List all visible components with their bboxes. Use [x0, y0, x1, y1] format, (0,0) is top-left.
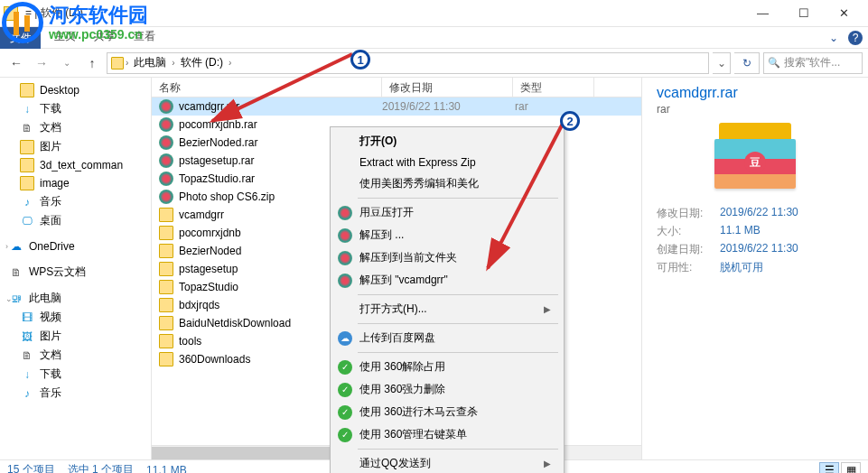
- file-name: vcamdgrr.rar: [179, 100, 239, 113]
- drive-icon: [111, 57, 124, 70]
- details-label: 修改日期:: [657, 206, 720, 221]
- sidebar-item[interactable]: 3d_text_comman: [0, 156, 151, 174]
- icons-view-button[interactable]: ▦: [841, 462, 861, 474]
- file-name: pocomrxjdnb: [179, 227, 241, 239]
- menu-item[interactable]: 打开方式(H)...▶: [332, 298, 562, 320]
- sidebar-item[interactable]: 🎞视频: [0, 308, 151, 327]
- file-icon: [159, 316, 173, 330]
- search-placeholder: 搜索"软件...: [784, 55, 840, 70]
- ribbon-tab[interactable]: 共享: [85, 25, 125, 48]
- menu-item[interactable]: 打开(O): [332, 130, 562, 153]
- breadcrumb-item-pc[interactable]: 此电脑: [130, 53, 170, 72]
- archive-badge-icon: 豆: [744, 152, 766, 173]
- menu-item[interactable]: 解压到 "vcamdgrr": [332, 269, 562, 292]
- file-tab[interactable]: 文件: [0, 27, 41, 49]
- search-input[interactable]: 🔍 搜索"软件...: [763, 52, 863, 74]
- menu-label: Extract with Express Zip: [359, 156, 476, 169]
- sidebar-icon: 🗎: [20, 121, 34, 135]
- sidebar-label: 音乐: [40, 385, 61, 401]
- sidebar-item[interactable]: Desktop: [0, 81, 151, 99]
- menu-label: 使用 360进行木马云查杀: [359, 404, 478, 420]
- submenu-arrow-icon: ▶: [544, 304, 551, 314]
- column-type[interactable]: 类型: [513, 78, 594, 97]
- sidebar-icon: [20, 140, 34, 154]
- menu-item[interactable]: 通过QQ发送到▶: [332, 452, 562, 473]
- breadcrumb[interactable]: › 此电脑 › 软件 (D:) ›: [107, 52, 709, 74]
- sidebar-item[interactable]: ♪音乐: [0, 384, 151, 403]
- menu-label: 解压到到当前文件夹: [359, 250, 457, 265]
- file-name: 360Downloads: [179, 353, 250, 366]
- menu-label: 上传到百度网盘: [359, 330, 435, 346]
- sidebar-item[interactable]: 🖼图片: [0, 327, 151, 346]
- sidebar-label: WPS云文档: [29, 264, 86, 280]
- menu-item[interactable]: ✓使用 360强力删除: [332, 378, 562, 401]
- menu-item[interactable]: ✓使用 360进行木马云查杀: [332, 401, 562, 423]
- menu-item[interactable]: Extract with Express Zip: [332, 153, 562, 172]
- sidebar-label: OneDrive: [29, 240, 75, 253]
- ribbon-tab[interactable]: 主页: [45, 25, 85, 48]
- menu-item[interactable]: ✓使用 360管理右键菜单: [332, 423, 562, 446]
- ribbon-chevron-icon[interactable]: ⌄: [823, 28, 845, 48]
- menu-label: 通过QQ发送到: [359, 456, 431, 471]
- sidebar-item[interactable]: 图片: [0, 137, 151, 156]
- menu-item[interactable]: 用豆压打开: [332, 201, 562, 224]
- details-row: 修改日期:2019/6/22 11:30: [657, 206, 854, 221]
- minimize-button[interactable]: —: [742, 0, 783, 27]
- sidebar-item[interactable]: ↓下载: [0, 365, 151, 384]
- menu-label: 使用 360管理右键菜单: [359, 427, 467, 442]
- file-name: BezierNoded.rar: [179, 136, 257, 149]
- details-label: 可用性:: [657, 260, 720, 275]
- file-icon: [159, 226, 173, 240]
- close-button[interactable]: ✕: [824, 0, 864, 27]
- menu-item[interactable]: ✓使用 360解除占用: [332, 356, 562, 378]
- details-value: 2019/6/22 11:30: [720, 206, 798, 221]
- address-dropdown-icon[interactable]: ⌄: [713, 52, 731, 74]
- menu-item[interactable]: 解压到 ...: [332, 224, 562, 246]
- sidebar-label: 图片: [40, 329, 61, 344]
- maximize-button[interactable]: ☐: [783, 0, 824, 27]
- sidebar-item[interactable]: ⌄🖳此电脑: [0, 289, 151, 308]
- menu-separator: [358, 449, 558, 450]
- sidebar-item[interactable]: 🗎文档: [0, 346, 151, 365]
- column-name[interactable]: 名称: [152, 78, 382, 97]
- breadcrumb-sep: ›: [172, 58, 174, 68]
- file-row[interactable]: vcamdgrr.rar2019/6/22 11:30rar: [152, 97, 641, 116]
- sidebar-item[interactable]: ↓下载: [0, 99, 151, 118]
- ribbon-tab[interactable]: 查看: [125, 25, 164, 48]
- refresh-button[interactable]: ↻: [734, 52, 760, 74]
- menu-icon: [338, 251, 352, 265]
- sidebar-label: 3d_text_comman: [40, 159, 123, 172]
- column-date[interactable]: 修改日期: [382, 78, 513, 97]
- details-view-button[interactable]: ☰: [819, 462, 839, 474]
- back-button[interactable]: ←: [5, 52, 27, 74]
- details-title: vcamdgrr.rar: [657, 85, 854, 101]
- details-type: rar: [657, 103, 854, 116]
- chevron-icon[interactable]: ⌄: [5, 294, 13, 303]
- recent-dropdown-icon[interactable]: ⌄: [56, 52, 78, 74]
- file-name: TopazStudio: [179, 281, 238, 293]
- menu-item[interactable]: 使用美图秀秀编辑和美化: [332, 172, 562, 195]
- chevron-icon[interactable]: ›: [5, 242, 8, 251]
- sidebar-item[interactable]: 🖵桌面: [0, 211, 151, 230]
- sidebar-item[interactable]: 🗎WPS云文档: [0, 263, 151, 282]
- details-value: 脱机可用: [720, 260, 763, 275]
- sidebar-label: 文档: [40, 348, 61, 363]
- details-value: 11.1 MB: [720, 224, 761, 239]
- breadcrumb-item-drive[interactable]: 软件 (D:): [177, 53, 227, 72]
- sidebar-item[interactable]: 🗎文档: [0, 118, 151, 137]
- sidebar-item[interactable]: ♪音乐: [0, 192, 151, 211]
- forward-button[interactable]: →: [31, 52, 52, 74]
- menu-label: 使用美图秀秀编辑和美化: [359, 176, 479, 191]
- sidebar-icon: 🖼: [20, 329, 34, 344]
- sidebar-item[interactable]: ›☁OneDrive: [0, 237, 151, 255]
- up-button[interactable]: ↑: [81, 52, 103, 74]
- menu-icon: ✓: [338, 360, 352, 375]
- menu-item[interactable]: ☁上传到百度网盘: [332, 327, 562, 349]
- menu-separator: [358, 323, 558, 324]
- sidebar-item[interactable]: image: [0, 174, 151, 192]
- menu-item[interactable]: 解压到到当前文件夹: [332, 246, 562, 269]
- details-row: 可用性:脱机可用: [657, 260, 854, 275]
- sidebar-label: 视频: [40, 310, 61, 325]
- file-icon: [159, 153, 173, 168]
- help-icon[interactable]: ?: [848, 31, 863, 45]
